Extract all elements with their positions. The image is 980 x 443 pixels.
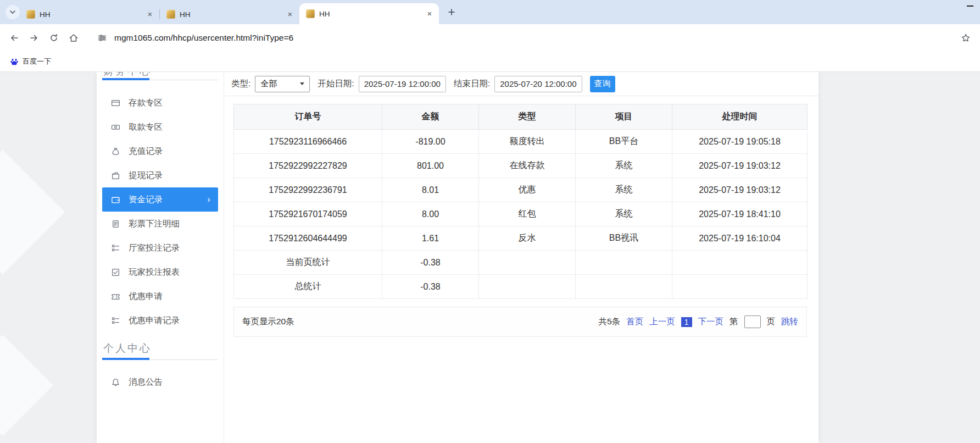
- table-cell: BB视讯: [576, 226, 672, 251]
- sidebar-section-personal: 个人中心: [102, 339, 218, 364]
- sidebar-menu-personal: 消息公告›: [102, 370, 218, 394]
- type-filter-label: 类型:: [231, 78, 250, 90]
- table-row: 17529229922367918.01优惠系统2025-07-19 19:03…: [234, 178, 808, 202]
- jump-link[interactable]: 跳转: [781, 316, 798, 328]
- table-cell: 总统计: [234, 275, 382, 299]
- filter-bar: 类型: 全部 开始日期: 2025-07-19 12:00:00 结束日期: 2…: [225, 72, 818, 96]
- tab-search-button[interactable]: [5, 5, 20, 19]
- sidebar-item-player-report[interactable]: 玩家投注报表›: [102, 260, 218, 284]
- records-table-wrap: 订单号金额类型项目处理时间 1752923116966466-819.00额度转…: [233, 104, 818, 299]
- new-tab-button[interactable]: [444, 5, 459, 19]
- decorative-shape: [0, 150, 65, 274]
- table-cell: -0.38: [382, 251, 479, 275]
- tab-close-icon[interactable]: ×: [145, 9, 155, 19]
- tab-close-icon[interactable]: ×: [425, 9, 435, 19]
- sidebar-item-hall-bet[interactable]: 厅室投注记录›: [102, 236, 218, 260]
- table-header-cell: 订单号: [234, 104, 382, 130]
- forward-button[interactable]: [24, 28, 44, 48]
- section-accent-bar: [102, 358, 149, 360]
- sidebar-item-label: 提现记录: [129, 170, 163, 181]
- end-date-label: 结束日期:: [454, 78, 490, 90]
- sidebar-item-withdrawal-record[interactable]: 提现记录›: [102, 163, 218, 187]
- table-cell: [672, 251, 808, 275]
- browser-tab[interactable]: HH×: [20, 4, 159, 24]
- sidebar-item-withdraw[interactable]: 取款专区›: [102, 115, 218, 139]
- browser-tab[interactable]: HH×: [160, 4, 299, 24]
- table-header-cell: 类型: [479, 104, 576, 130]
- select-caret-icon: [300, 82, 304, 85]
- section-accent-bar: [102, 78, 149, 80]
- table-cell: 801.00: [382, 154, 479, 178]
- tune-icon: [97, 33, 107, 43]
- table-cell: 系统: [576, 154, 672, 178]
- minimize-button[interactable]: [967, 5, 973, 7]
- lottery-bet-icon: [111, 219, 120, 229]
- player-report-icon: [111, 268, 120, 277]
- table-cell: 2025-07-19 16:10:04: [672, 226, 808, 251]
- chevron-right-icon: ›: [207, 194, 210, 205]
- sidebar-item-lottery-bet[interactable]: 彩票下注明细›: [102, 212, 218, 236]
- table-cell: 额度转出: [479, 130, 576, 154]
- table-cell: [672, 275, 808, 299]
- bookmark-star-icon[interactable]: [957, 29, 975, 47]
- table-cell: [479, 251, 576, 275]
- sidebar-section-finance: 财务中心: [102, 72, 218, 91]
- browser-tab[interactable]: HH×: [299, 3, 439, 24]
- sidebar-item-label: 优惠申请: [129, 291, 163, 302]
- url-text[interactable]: mgm1065.com/hhcp/usercenter.html?iniType…: [114, 33, 293, 43]
- end-date-input[interactable]: 2025-07-20 12:00:00: [494, 76, 582, 92]
- page-number-input[interactable]: [744, 315, 761, 328]
- bookmark-baidu[interactable]: 百度一下: [7, 55, 54, 68]
- tab-title: HH: [180, 10, 281, 19]
- table-header-row: 订单号金额类型项目处理时间: [234, 104, 808, 130]
- sidebar-item-promo-apply[interactable]: 优惠申请›: [102, 284, 218, 308]
- table-cell: 系统: [576, 178, 672, 202]
- tab-list: HH×HH×HH×: [20, 0, 439, 24]
- sidebar-item-fund-record[interactable]: 资金记录›: [102, 187, 218, 212]
- table-cell: 1752912604644499: [234, 226, 382, 251]
- browser-toolbar: mgm1065.com/hhcp/usercenter.html?iniType…: [0, 24, 980, 52]
- sidebar-item-deposit[interactable]: 存款专区›: [102, 91, 218, 115]
- table-cell: [479, 275, 576, 299]
- sidebar-item-label: 取款专区: [129, 121, 163, 133]
- site-favicon: [166, 10, 175, 19]
- table-cell: 优惠: [479, 178, 576, 202]
- promo-apply-icon: [111, 292, 120, 301]
- site-favicon: [306, 9, 315, 18]
- table-cell: BB平台: [576, 130, 672, 154]
- tab-strip: HH×HH×HH×: [0, 0, 980, 24]
- reload-button[interactable]: [44, 28, 64, 48]
- sidebar-item-label: 存款专区: [129, 97, 163, 109]
- tab-close-icon[interactable]: ×: [285, 9, 295, 19]
- table-cell: 系统: [576, 202, 672, 226]
- baidu-favicon: [10, 57, 19, 66]
- total-count-label: 共5条: [599, 316, 621, 328]
- table-cell: 2025-07-19 18:41:10: [672, 202, 808, 226]
- back-button[interactable]: [4, 28, 24, 48]
- start-date-input[interactable]: 2025-07-19 12:00:00: [359, 76, 446, 92]
- withdrawal-record-icon: [111, 171, 120, 180]
- sidebar-item-recharge-record[interactable]: 充值记录›: [102, 139, 218, 163]
- sidebar-item-label: 玩家投注报表: [129, 267, 180, 278]
- per-page-label: 每页显示20条: [242, 316, 294, 328]
- reload-icon: [49, 33, 59, 43]
- table-cell: 1752922992227829: [234, 154, 382, 178]
- home-button[interactable]: [64, 28, 83, 48]
- sidebar-item-promo-record[interactable]: 优惠申请记录›: [102, 308, 218, 333]
- first-page-link[interactable]: 首页: [626, 316, 643, 328]
- sidebar-item-bell[interactable]: 消息公告›: [102, 370, 218, 394]
- type-select[interactable]: 全部: [255, 76, 310, 92]
- sidebar-item-label: 消息公告: [129, 376, 163, 388]
- hall-bet-icon: [111, 243, 120, 253]
- current-page-badge[interactable]: 1: [681, 317, 692, 327]
- prev-page-link[interactable]: 上一页: [649, 316, 675, 328]
- next-page-link[interactable]: 下一页: [698, 316, 724, 328]
- table-row: 总统计-0.38: [234, 275, 808, 299]
- table-row: 17529126046444991.61反水BB视讯2025-07-19 16:…: [234, 226, 808, 251]
- table-row: 17529216701740598.00红包系统2025-07-19 18:41…: [234, 202, 808, 226]
- table-cell: -819.00: [382, 130, 479, 154]
- search-button[interactable]: 查询: [590, 76, 615, 92]
- table-cell: -0.38: [382, 275, 479, 299]
- site-info-button[interactable]: [94, 30, 110, 46]
- table-row: 当前页统计-0.38: [234, 251, 808, 275]
